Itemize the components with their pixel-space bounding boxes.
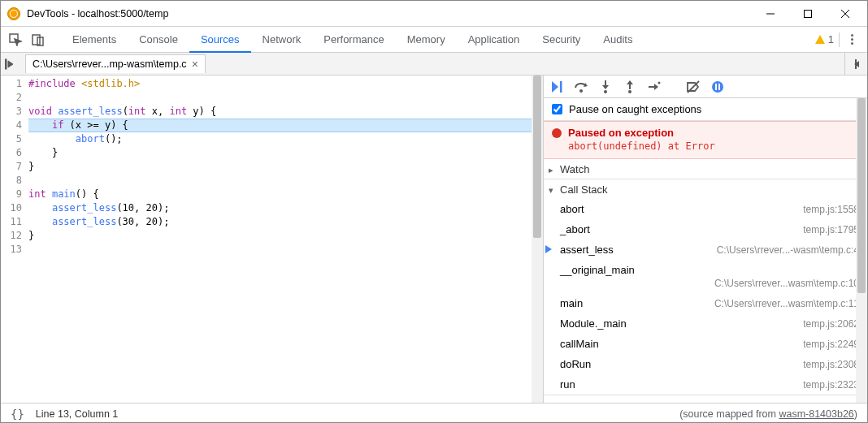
step-out-button[interactable] bbox=[622, 79, 638, 95]
paused-banner-title: Paused on exception bbox=[552, 127, 859, 139]
source-map-link[interactable]: wasm-81403b26 bbox=[779, 408, 853, 420]
frame-name: abort bbox=[560, 203, 798, 215]
panel-tab-network[interactable]: Network bbox=[251, 27, 313, 52]
pause-on-caught-row[interactable]: Pause on caught exceptions bbox=[544, 98, 867, 121]
window-close-button[interactable] bbox=[827, 2, 864, 26]
paused-banner-detail: abort(undefined) at Error bbox=[568, 140, 859, 152]
debugger-toggle-icon[interactable] bbox=[844, 53, 867, 75]
frame-location: temp.js:2062 bbox=[803, 318, 859, 330]
stack-frame[interactable]: _aborttemp.js:1795 bbox=[544, 219, 867, 240]
code-line[interactable]: #include <stdlib.h> bbox=[28, 77, 543, 91]
step-button[interactable] bbox=[646, 79, 662, 95]
window-minimize-button[interactable] bbox=[752, 2, 789, 26]
code-line[interactable]: abort(); bbox=[28, 132, 543, 146]
panel-toolbar: ElementsConsoleSourcesNetworkPerformance… bbox=[1, 27, 867, 53]
code-line[interactable]: } bbox=[28, 160, 543, 174]
expand-icon[interactable] bbox=[549, 163, 557, 175]
svg-rect-19 bbox=[715, 84, 717, 90]
window-titlebar: DevTools - localhost:5000/temp bbox=[1, 1, 867, 27]
resume-button[interactable] bbox=[549, 79, 565, 95]
panel-tab-elements[interactable]: Elements bbox=[61, 27, 128, 52]
file-tabs-bar: C:\Users\rrever...mp-wasm\temp.c × bbox=[1, 53, 867, 76]
pause-on-caught-checkbox[interactable] bbox=[552, 104, 562, 114]
stack-frame[interactable]: assert_lessC:\Users\rrever...-wasm\temp.… bbox=[544, 240, 867, 260]
svg-point-12 bbox=[604, 90, 607, 93]
debugger-scrollbar[interactable] bbox=[856, 98, 867, 403]
step-over-button[interactable] bbox=[573, 79, 589, 95]
file-tab[interactable]: C:\Users\rrever...mp-wasm\temp.c × bbox=[25, 54, 206, 73]
pause-on-caught-label: Pause on caught exceptions bbox=[569, 103, 701, 115]
frame-location: temp.js:2323 bbox=[803, 379, 859, 391]
panel-tab-audits[interactable]: Audits bbox=[592, 27, 644, 52]
frame-location: temp.js:2249 bbox=[803, 339, 859, 350]
frame-location: C:\Users\rrever...wasm\temp.c:10 bbox=[714, 278, 859, 289]
close-icon[interactable]: × bbox=[192, 58, 198, 70]
scroll-thumb[interactable] bbox=[533, 76, 541, 238]
callstack-list: aborttemp.js:1558_aborttemp.js:1795asser… bbox=[544, 199, 867, 395]
code-line[interactable]: void assert_less(int x, int y) { bbox=[28, 105, 543, 119]
panel-tab-performance[interactable]: Performance bbox=[312, 27, 395, 52]
more-options-icon[interactable] bbox=[844, 34, 859, 45]
code-line[interactable]: int main() { bbox=[28, 188, 543, 201]
window-maximize-button[interactable] bbox=[789, 2, 827, 26]
code-body[interactable]: #include <stdlib.h>void assert_less(int … bbox=[28, 76, 543, 403]
code-line[interactable]: if (x >= y) { bbox=[28, 119, 543, 132]
panel-tab-sources[interactable]: Sources bbox=[189, 27, 251, 53]
code-line[interactable]: assert_less(10, 20); bbox=[28, 201, 543, 215]
callstack-section: Call Stack aborttemp.js:1558_aborttemp.j… bbox=[544, 179, 867, 395]
stack-frame[interactable]: aborttemp.js:1558 bbox=[544, 199, 867, 219]
callstack-label: Call Stack bbox=[560, 183, 608, 196]
code-line[interactable]: assert_less(30, 20); bbox=[28, 215, 543, 229]
stack-frame[interactable]: __original_mainC:\Users\rrever...wasm\te… bbox=[544, 260, 867, 293]
frame-location: C:\Users\rrever...-wasm\temp.c:4 bbox=[717, 244, 859, 256]
code-line[interactable] bbox=[28, 91, 543, 105]
pretty-print-icon[interactable]: {} bbox=[11, 408, 24, 421]
frame-location: temp.js:1558 bbox=[803, 204, 859, 215]
inspect-element-icon[interactable] bbox=[6, 30, 25, 50]
status-bar: {} Line 13, Column 1 (source mapped from… bbox=[1, 403, 867, 423]
svg-point-14 bbox=[628, 90, 631, 93]
watch-section[interactable]: Watch bbox=[544, 159, 867, 179]
svg-rect-9 bbox=[560, 81, 562, 93]
code-line[interactable]: } bbox=[28, 146, 543, 160]
code-line[interactable] bbox=[28, 174, 543, 188]
frame-name: callMain bbox=[560, 338, 798, 350]
cursor-position: Line 13, Column 1 bbox=[36, 408, 118, 420]
stack-frame[interactable]: doRuntemp.js:2308 bbox=[544, 354, 867, 374]
svg-point-10 bbox=[579, 89, 583, 93]
panel-tab-application[interactable]: Application bbox=[457, 27, 532, 52]
editor-scrollbar[interactable] bbox=[532, 76, 543, 403]
svg-point-18 bbox=[712, 81, 723, 93]
panel-tab-security[interactable]: Security bbox=[531, 27, 592, 52]
file-tab-label: C:\Users\rrever...mp-wasm\temp.c bbox=[33, 58, 187, 70]
code-line[interactable]: } bbox=[28, 229, 543, 243]
watch-label: Watch bbox=[560, 163, 589, 175]
deactivate-breakpoints-button[interactable] bbox=[685, 79, 701, 95]
stack-frame[interactable]: callMaintemp.js:2249 bbox=[544, 334, 867, 354]
devtools-app-icon bbox=[7, 7, 20, 20]
scroll-thumb[interactable] bbox=[857, 98, 866, 293]
debugger-pane: Pause on caught exceptions Paused on exc… bbox=[544, 76, 867, 403]
svg-rect-1 bbox=[805, 10, 812, 17]
warning-count[interactable]: 1 bbox=[815, 33, 834, 45]
frame-location: temp.js:2308 bbox=[803, 359, 859, 370]
frame-location: temp.js:1795 bbox=[803, 224, 859, 235]
panel-tab-console[interactable]: Console bbox=[128, 27, 189, 52]
stack-frame[interactable]: Module._maintemp.js:2062 bbox=[544, 313, 867, 334]
frame-name: _abort bbox=[560, 223, 798, 235]
frame-name: __original_main bbox=[560, 264, 635, 276]
panel-tabs: ElementsConsoleSourcesNetworkPerformance… bbox=[61, 27, 815, 52]
stack-frame[interactable]: runtemp.js:2323 bbox=[544, 374, 867, 395]
device-toolbar-icon[interactable] bbox=[28, 30, 48, 50]
frame-name: assert_less bbox=[560, 244, 712, 256]
code-editor[interactable]: 12345678910111213 #include <stdlib.h>voi… bbox=[1, 76, 544, 403]
panel-tab-memory[interactable]: Memory bbox=[396, 27, 457, 52]
step-into-button[interactable] bbox=[597, 79, 614, 95]
pause-on-exceptions-button[interactable] bbox=[710, 79, 726, 95]
code-line[interactable] bbox=[28, 243, 543, 257]
frame-name: main bbox=[560, 297, 710, 309]
separator bbox=[839, 32, 840, 47]
stack-frame[interactable]: mainC:\Users\rrever...wasm\temp.c:11 bbox=[544, 293, 867, 313]
collapse-icon[interactable] bbox=[549, 183, 557, 196]
navigator-toggle-icon[interactable] bbox=[1, 54, 20, 74]
